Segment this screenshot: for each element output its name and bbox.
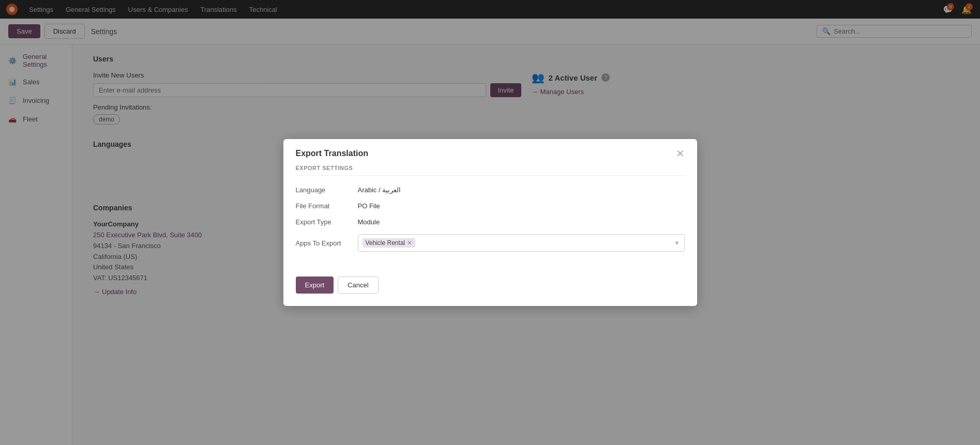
modal-overlay[interactable]: Export Translation ✕ EXPORT SETTINGS Lan…	[0, 0, 980, 445]
modal-section-title: EXPORT SETTINGS	[296, 165, 685, 176]
app-tag-label: Vehicle Rental	[366, 239, 405, 247]
app-tag-remove[interactable]: ✕	[407, 239, 412, 247]
file-format-value: PO File	[358, 202, 380, 210]
modal-close-button[interactable]: ✕	[676, 148, 685, 159]
file-format-row: File Format PO File	[296, 202, 685, 210]
app-tag-vehicle-rental: Vehicle Rental ✕	[363, 238, 416, 248]
export-type-label: Export Type	[296, 218, 358, 226]
apps-to-export-row: Apps To Export Vehicle Rental ✕ ▼	[296, 234, 685, 252]
language-value: Arabic / العربية	[358, 186, 401, 194]
export-button[interactable]: Export	[296, 277, 334, 294]
modal-title: Export Translation	[296, 149, 368, 158]
export-translation-modal: Export Translation ✕ EXPORT SETTINGS Lan…	[283, 139, 697, 306]
apps-search-input[interactable]	[417, 239, 504, 247]
modal-footer: Export Cancel	[283, 272, 697, 306]
file-format-label: File Format	[296, 202, 358, 210]
dropdown-arrow-icon: ▼	[674, 240, 680, 246]
apps-label: Apps To Export	[296, 239, 358, 247]
language-label: Language	[296, 186, 358, 194]
export-type-row: Export Type Module	[296, 218, 685, 226]
apps-input-wrapper[interactable]: Vehicle Rental ✕ ▼	[358, 234, 685, 252]
export-type-value: Module	[358, 218, 380, 226]
language-row: Language Arabic / العربية	[296, 186, 685, 194]
modal-header: Export Translation ✕	[283, 139, 697, 165]
cancel-button[interactable]: Cancel	[338, 277, 378, 294]
modal-body: EXPORT SETTINGS Language Arabic / العربي…	[283, 165, 697, 272]
